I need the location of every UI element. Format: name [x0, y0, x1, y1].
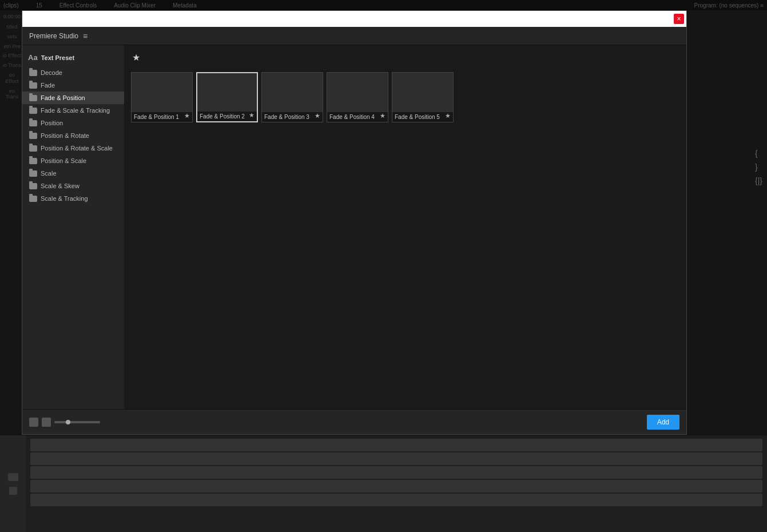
preset-card-3[interactable]: Fade & Position 3 ★: [261, 72, 323, 122]
presets-grid: Fade & Position 1 ★ Fade & Position 2 ★ …: [129, 70, 682, 404]
timeline-track-3: [30, 466, 762, 479]
footer-icon-btn-1[interactable]: [29, 418, 38, 427]
sidebar-header: Aa Text Preset: [22, 50, 124, 66]
preset-label-2: Fade & Position 2: [197, 112, 257, 121]
preset-label-4: Fade & Position 4: [327, 112, 388, 122]
sidebar-item-position-rotate-scale[interactable]: Position & Rotate & Scale: [22, 142, 124, 154]
folder-icon-position-rotate-scale: [29, 145, 37, 152]
sidebar-label-position-rotate: Position & Rotate: [41, 132, 89, 139]
modal-body: Aa Text Preset Decode Fade Fade & Positi…: [22, 45, 686, 409]
close-icon: ×: [677, 15, 681, 23]
folder-icon-scale-tracking: [29, 196, 37, 202]
preset-label-1: Fade & Position 1: [132, 112, 192, 122]
right-panel-controls: { } {|}: [755, 149, 762, 185]
preset-star-2[interactable]: ★: [249, 112, 255, 119]
folder-icon-fade-position: [29, 95, 37, 101]
content-area: ★ Fade & Position 1 ★ Fade & Position 2 …: [124, 45, 686, 409]
preset-star-3[interactable]: ★: [315, 112, 320, 120]
preset-star-5[interactable]: ★: [445, 112, 451, 120]
timeline-delete-btn[interactable]: [9, 487, 17, 495]
sidebar-label-position: Position: [41, 120, 63, 126]
sidebar-label-position-scale: Position & Scale: [41, 157, 86, 164]
preset-card-2[interactable]: Fade & Position 2 ★: [196, 72, 258, 122]
modal-header-bar: Premiere Studio ≡: [22, 27, 686, 45]
footer-icon-btn-2[interactable]: [42, 418, 51, 427]
sidebar-label-scale-skew: Scale & Skew: [41, 182, 80, 189]
folder-icon-fade-scale-tracking: [29, 108, 37, 114]
folder-icon-position: [29, 120, 37, 126]
footer-slider-thumb: [66, 420, 70, 424]
sidebar-item-position-scale[interactable]: Position & Scale: [22, 154, 124, 167]
favorites-star-icon[interactable]: ★: [132, 52, 140, 63]
sidebar-label-fade: Fade: [41, 82, 55, 89]
sidebar: Aa Text Preset Decode Fade Fade & Positi…: [22, 45, 124, 409]
timeline-area: [0, 435, 767, 532]
preset-card-4[interactable]: Fade & Position 4 ★: [327, 72, 388, 122]
sidebar-item-fade[interactable]: Fade: [22, 79, 124, 92]
sidebar-item-fade-position[interactable]: Fade & Position: [22, 92, 124, 104]
sidebar-label-scale-tracking: Scale & Tracking: [41, 195, 88, 202]
footer-zoom-slider[interactable]: [54, 421, 100, 423]
timeline-track-4: [30, 480, 762, 493]
sidebar-label-fade-scale-tracking: Fade & Scale & Tracking: [41, 107, 110, 114]
folder-icon-position-rotate: [29, 133, 37, 139]
preset-label-3: Fade & Position 3: [262, 112, 323, 122]
modal-title: Premiere Studio: [29, 32, 78, 40]
sidebar-item-position[interactable]: Position: [22, 117, 124, 129]
text-preset-icon: Aa: [28, 53, 38, 62]
preset-label-5: Fade & Position 5: [392, 112, 453, 122]
preset-star-4[interactable]: ★: [380, 112, 386, 120]
trim-icon: {|}: [755, 176, 762, 185]
folder-icon-scale-skew: [29, 183, 37, 189]
sidebar-item-scale-skew[interactable]: Scale & Skew: [22, 180, 124, 192]
modal-titlebar: ×: [22, 11, 686, 27]
sidebar-label-fade-position: Fade & Position: [41, 94, 85, 101]
folder-icon-scale: [29, 170, 37, 177]
sidebar-item-scale-tracking[interactable]: Scale & Tracking: [22, 192, 124, 205]
content-topbar: ★: [129, 50, 682, 65]
sidebar-label-position-rotate-scale: Position & Rotate & Scale: [41, 145, 113, 152]
modal-dialog: × Premiere Studio ≡ Aa Text Preset Decod…: [22, 10, 687, 435]
bracket-left-icon: {: [755, 149, 762, 158]
sidebar-header-label: Text Preset: [41, 54, 75, 61]
folder-icon-decode: [29, 70, 37, 76]
hamburger-icon[interactable]: ≡: [83, 31, 88, 41]
sidebar-label-decode: Decode: [41, 69, 62, 76]
folder-icon-fade: [29, 82, 37, 89]
bracket-right-icon: }: [755, 162, 762, 172]
sidebar-label-scale: Scale: [41, 170, 57, 177]
folder-icon-position-scale: [29, 158, 37, 164]
timeline-new-seq-btn[interactable]: [8, 473, 18, 481]
preset-star-1[interactable]: ★: [184, 112, 190, 120]
footer-left: [29, 418, 100, 427]
sidebar-item-scale[interactable]: Scale: [22, 167, 124, 180]
timeline-track-2: [30, 452, 762, 465]
timeline-tracks: [26, 438, 767, 532]
timeline-track-5: [30, 494, 762, 506]
add-button[interactable]: Add: [647, 415, 679, 430]
timeline-left-panel: [0, 435, 26, 532]
sidebar-item-fade-scale-tracking[interactable]: Fade & Scale & Tracking: [22, 104, 124, 117]
sidebar-item-position-rotate[interactable]: Position & Rotate: [22, 129, 124, 142]
modal-footer: Add: [22, 409, 686, 434]
preset-card-1[interactable]: Fade & Position 1 ★: [131, 72, 193, 122]
timeline-track-1: [30, 439, 762, 451]
sidebar-item-decode[interactable]: Decode: [22, 66, 124, 79]
preset-card-5[interactable]: Fade & Position 5 ★: [392, 72, 454, 122]
modal-close-button[interactable]: ×: [674, 14, 684, 24]
